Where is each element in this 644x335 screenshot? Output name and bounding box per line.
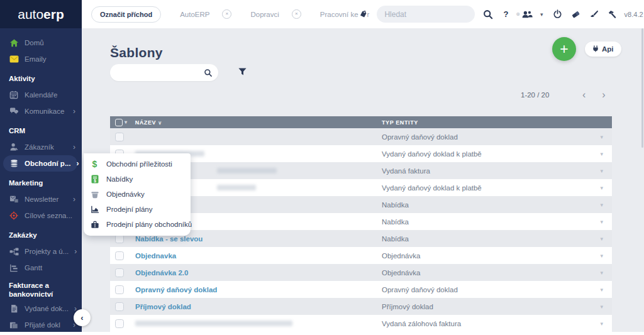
- global-search-input[interactable]: [377, 6, 475, 23]
- vertical-scrollbar[interactable]: [641, 28, 643, 148]
- version-label: v8.4.2: [625, 11, 643, 18]
- tab-label: Dopravci: [250, 11, 279, 18]
- row-menu-caret-icon[interactable]: ▾: [600, 236, 603, 242]
- chevron-down-icon[interactable]: ▾: [540, 11, 543, 18]
- chevron-right-icon: ›: [74, 247, 77, 256]
- dollar-icon: $: [90, 159, 99, 169]
- row-checkbox[interactable]: [115, 133, 124, 141]
- menu-item-objednavky[interactable]: Objednávky: [84, 187, 191, 202]
- eraser-icon[interactable]: [570, 9, 580, 19]
- select-all-checkbox[interactable]: [115, 119, 123, 126]
- entity-type: Objednávka: [382, 252, 420, 260]
- table-row[interactable]: Vydaná zálohová faktura ▾: [110, 315, 612, 332]
- app-logo[interactable]: autoerp: [0, 0, 82, 28]
- power-icon[interactable]: [553, 9, 562, 19]
- mark-arrival-button[interactable]: Označit příchod: [91, 6, 161, 23]
- table-row[interactable]: Objednávka 2.0 Objednávka ▾: [110, 264, 612, 281]
- sidebar-item-komunikace[interactable]: Komunikace ›: [0, 103, 82, 119]
- topbar: Označit příchod AutoERP × Dopravci × Pra…: [82, 0, 644, 28]
- entity-type: Nabídka: [382, 218, 409, 226]
- table-header: ▾ NÁZEV∨ TYP ENTITY: [110, 116, 612, 128]
- column-header-type[interactable]: TYP ENTITY: [382, 119, 418, 126]
- sidebar-item-gantt[interactable]: Gantt: [0, 260, 82, 276]
- add-template-button[interactable]: +: [552, 37, 576, 61]
- sidebar-item-domu[interactable]: Domů: [0, 35, 82, 51]
- sidebar-item-kalendare[interactable]: Kalendáře: [0, 87, 82, 103]
- row-menu-caret-icon[interactable]: ▾: [600, 185, 603, 191]
- sidebar-item-prijate-doklady[interactable]: Přijaté dokl ›: [0, 317, 82, 332]
- tab-pracovni-kalendar[interactable]: Pracovní ke r: [320, 10, 370, 18]
- row-menu-caret-icon[interactable]: ▾: [600, 202, 603, 208]
- caret-down-icon[interactable]: ▾: [125, 119, 128, 125]
- row-menu-caret-icon[interactable]: ▾: [600, 168, 603, 174]
- menu-item-prodejni-plany[interactable]: Prodejní plány: [84, 202, 191, 217]
- redacted-name: [217, 168, 277, 173]
- pagination-range: 1-20 / 20: [521, 91, 566, 99]
- search-icon[interactable]: [198, 64, 218, 81]
- row-menu-caret-icon[interactable]: ▾: [600, 219, 603, 225]
- entity-type: Nabídka: [382, 201, 409, 209]
- sidebar-item-projekty[interactable]: Projekty a ú... ›: [0, 243, 82, 260]
- app-root: autoerp Označit příchod AutoERP × Doprav…: [0, 0, 644, 332]
- close-tab-icon[interactable]: ×: [292, 9, 301, 19]
- sidebar-item-zakaznik[interactable]: Zákazník ›: [0, 139, 82, 155]
- template-name-link[interactable]: Příjmový doklad: [135, 303, 191, 310]
- search-icon[interactable]: [483, 9, 493, 19]
- row-checkbox[interactable]: [115, 302, 124, 311]
- template-name-link[interactable]: Opravný daňový doklad: [135, 286, 217, 294]
- row-menu-caret-icon[interactable]: ▾: [600, 151, 603, 157]
- api-button[interactable]: Api: [585, 41, 621, 57]
- table-row[interactable]: Příjmový doklad Příjmový doklad ▾: [110, 298, 612, 315]
- close-tab-icon[interactable]: ×: [222, 9, 231, 19]
- help-icon[interactable]: ?: [503, 9, 508, 19]
- table-row[interactable]: Opravný daňový doklad ▾: [110, 128, 612, 145]
- svg-text:$: $: [94, 178, 96, 184]
- column-header-name[interactable]: NÁZEV∨: [135, 119, 162, 126]
- table-row[interactable]: Opravný daňový doklad Opravný daňový dok…: [110, 281, 612, 298]
- menu-item-nabidky[interactable]: $ Nabídky: [84, 172, 191, 187]
- sidebar-section-crm: CRM: [0, 123, 82, 139]
- sidebar-item-newsletter[interactable]: Newsletter ›: [0, 191, 82, 207]
- row-menu-caret-icon[interactable]: ▾: [600, 287, 603, 293]
- prev-page-button[interactable]: ‹: [582, 90, 586, 100]
- close-icon[interactable]: ⊗: [516, 11, 520, 17]
- tab-autoerp[interactable]: AutoERP ×: [180, 9, 231, 19]
- mail-icon: [9, 54, 19, 64]
- sidebar-collapse-button[interactable]: ‹: [74, 309, 91, 326]
- team-icon[interactable]: ⊗: [516, 10, 533, 19]
- entity-type: Nabídka: [382, 235, 409, 243]
- template-name-link[interactable]: Nabídka - se slevou: [135, 235, 203, 243]
- sidebar-item-vydane-doklady[interactable]: Vydané dok... ›: [0, 300, 82, 317]
- next-page-button[interactable]: ›: [602, 90, 605, 100]
- row-menu-caret-icon[interactable]: ▾: [600, 253, 603, 259]
- sidebar-item-obchodni-prilezitosti[interactable]: Obchodní p... ›: [3, 155, 77, 172]
- tab-dopravci[interactable]: Dopravci ×: [250, 9, 301, 19]
- menu-item-prodejni-plany-obchodniku[interactable]: Prodejní plány obchodníků: [84, 217, 191, 232]
- row-menu-caret-icon[interactable]: ▾: [600, 321, 603, 327]
- row-menu-caret-icon[interactable]: ▾: [600, 134, 603, 140]
- template-name-link[interactable]: Objednávka 2.0: [135, 269, 188, 277]
- filter-funnel-icon[interactable]: [238, 67, 247, 79]
- entity-type: Opravný daňový doklad: [382, 133, 458, 141]
- entity-type: Vydaný daňový doklad k platbě: [382, 150, 482, 158]
- row-menu-caret-icon[interactable]: ▾: [600, 304, 603, 310]
- row-checkbox[interactable]: [115, 268, 124, 277]
- sidebar: Domů Emaily Aktivity Kalendáře Komunikac…: [0, 28, 82, 332]
- sidebar-item-emaily[interactable]: Emaily: [0, 51, 82, 67]
- chevron-left-icon: ‹: [80, 313, 83, 322]
- row-menu-caret-icon[interactable]: ▾: [600, 270, 603, 276]
- entity-type: Příjmový doklad: [382, 303, 433, 310]
- brush-icon[interactable]: [589, 9, 599, 19]
- row-checkbox[interactable]: [115, 319, 124, 328]
- row-checkbox[interactable]: [115, 251, 124, 260]
- templates-search-input[interactable]: [110, 69, 198, 77]
- menu-item-obchodni-prilezitosti[interactable]: $ Obchodní příležitosti: [84, 157, 191, 172]
- table-row[interactable]: Objednavka Objednávka ▾: [110, 247, 612, 264]
- tab-label: AutoERP: [180, 11, 209, 18]
- hammer-icon[interactable]: [607, 9, 617, 19]
- template-name-link[interactable]: Objednavka: [135, 252, 176, 260]
- target-icon: [9, 211, 19, 221]
- sidebar-item-cilove-seznamy[interactable]: Cílové sezna...: [0, 207, 82, 224]
- calendar-icon: [9, 90, 19, 100]
- row-checkbox[interactable]: [115, 285, 124, 294]
